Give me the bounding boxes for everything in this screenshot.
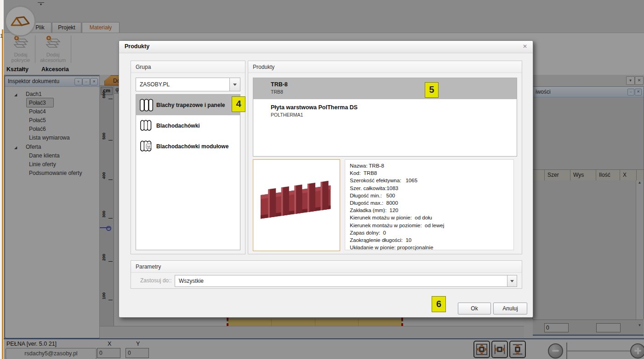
group-groupbox-label: Grupa	[131, 61, 245, 73]
apply-to-value: Wszystkie	[179, 278, 204, 284]
detail-line: Układanie w pionie: proporcjonalnie	[350, 244, 513, 251]
left-edge-accent-line	[2, 29, 3, 359]
apply-to-label: Zastosuj do::	[140, 277, 172, 284]
source-dropdown-value: ZASOBY.PL	[140, 81, 170, 88]
group-groupbox: Grupa ZASOBY.PL Blachy trapezowe i panel…	[131, 61, 245, 254]
detail-line: Zapas dolny: 0	[350, 229, 513, 236]
products-groupbox-label: Produkty	[248, 61, 522, 73]
dialog-title: Produkty	[125, 43, 149, 50]
source-dropdown[interactable]: ZASOBY.PL	[136, 78, 240, 91]
detail-line: Szerokość efektywna: 1065	[350, 177, 513, 184]
svg-text:M: M	[147, 144, 150, 148]
product-list: TRB-8 TRB8 Płyta warstwowa PolTherma DS …	[253, 78, 517, 157]
products-dialog: Produkty ✕ Grupa ZASOBY.PL	[119, 40, 533, 318]
product-name: TRB-8	[271, 81, 288, 88]
detail-line: Długość max.: 8000	[350, 199, 513, 207]
detail-line: Zakładka (mm): 120	[350, 207, 513, 214]
group-item-blachy-trapezowe[interactable]: Blachy trapezowe i panele	[136, 95, 240, 115]
step-badge-4: 4	[232, 96, 245, 112]
apply-to-dropdown[interactable]: Wszystkie	[175, 275, 517, 287]
chevron-down-icon[interactable]	[507, 275, 517, 286]
tile-sheet-modular-icon: M	[139, 139, 155, 154]
detail-line: Długość min.: 500	[350, 192, 513, 199]
chevron-down-icon[interactable]	[229, 78, 240, 91]
trapezoid-sheet-icon	[139, 97, 155, 113]
detail-line: Nazwa: TRB-8	[350, 162, 513, 169]
detail-line: Kierunek motażu w pionie: od dołu	[350, 214, 513, 221]
group-item-blachodachowki[interactable]: Blachodachówki	[136, 115, 240, 136]
step-badge-5: 5	[425, 82, 439, 98]
group-item-label: Blachodachówki modułowe	[156, 143, 228, 150]
product-item-poltherma[interactable]: Płyta warstwowa PolTherma DS POLTHERMA1	[253, 101, 517, 122]
detail-line: Szer. całkowita:1083	[350, 185, 513, 192]
detail-line: Kierunek montażu w poziomie: od lewej	[350, 222, 513, 229]
product-image	[253, 159, 340, 251]
dialog-close-icon[interactable]: ✕	[523, 43, 527, 50]
step-badge-6: 6	[432, 296, 446, 312]
parameters-groupbox-label: Parametry	[131, 261, 522, 273]
products-groupbox: Produkty TRB-8 TRB8 Płyta warstwowa PolT…	[248, 61, 522, 254]
left-edge-page-label: 1	[0, 33, 4, 39]
product-item-trb8[interactable]: TRB-8 TRB8	[253, 78, 517, 99]
product-code: POLTHERMA1	[271, 112, 303, 118]
detail-line: Zaokrąglenie długości: 10	[350, 236, 513, 244]
dialog-titlebar[interactable]: Produkty ✕	[119, 41, 533, 53]
group-item-label: Blachodachówki	[156, 123, 200, 129]
group-item-blachodachowki-modulowe[interactable]: M Blachodachówki modułowe	[136, 136, 240, 157]
parameters-groupbox: Parametry Zastosuj do:: Wszystkie	[131, 260, 522, 289]
ok-button[interactable]: Ok	[458, 303, 491, 314]
trapezoid-sheet-photo	[257, 178, 336, 233]
app-screen: 1 ▼ Plik Projekt Materiały	[0, 0, 644, 359]
product-details: Nazwa: TRB-8 Kod: TRB8 Szerokość efektyw…	[345, 159, 514, 250]
detail-line: Kod: TRB8	[350, 169, 513, 177]
group-list: Blachy trapezowe i panele Blachodachówki	[136, 94, 240, 250]
tile-sheet-icon	[139, 118, 155, 134]
cancel-button[interactable]: Anuluj	[493, 303, 527, 314]
product-name: Płyta warstwowa PolTherma DS	[271, 104, 358, 111]
product-code: TRB8	[271, 89, 283, 95]
group-item-label: Blachy trapezowe i panele	[156, 102, 225, 108]
